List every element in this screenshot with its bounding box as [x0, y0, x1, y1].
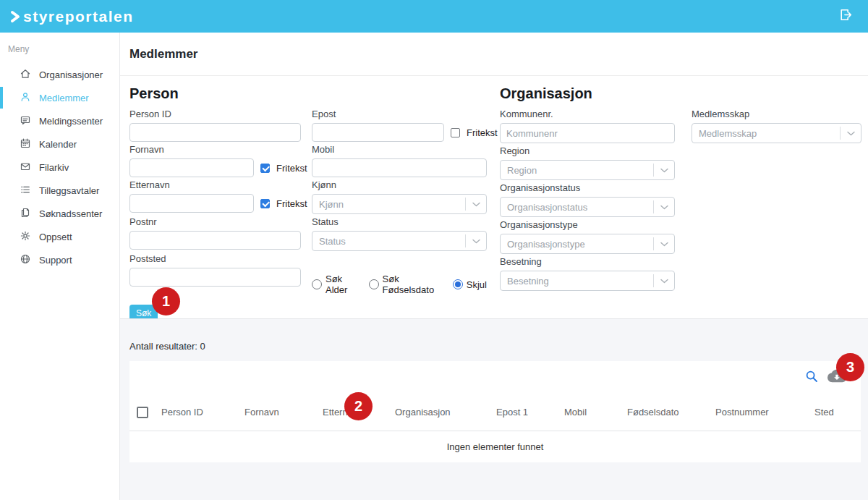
epost-input[interactable] [312, 123, 444, 142]
calendar-icon [20, 137, 31, 151]
organisasjonstatus-select-value: Organisasjonstatus [507, 202, 587, 213]
radio-skjul[interactable]: Skjul [453, 279, 487, 290]
status-select[interactable]: Status [312, 231, 487, 251]
radio-icon [369, 279, 379, 289]
etternavn-field: Etternavn Fritekst [129, 179, 301, 214]
page-title: Medlemmer [129, 47, 197, 62]
table-header-row: Person ID Fornavn Etternavn Organisasjon… [129, 394, 861, 431]
select-all-checkbox[interactable] [137, 407, 148, 418]
sidebar-item-label: Support [39, 255, 72, 266]
organisasjonstype-select-value: Organisasjonstype [507, 239, 585, 250]
logout-button[interactable] [838, 7, 854, 25]
sidebar-item-label: Filarkiv [39, 162, 69, 173]
sidebar-item-label: Organisasjoner [39, 69, 103, 80]
sidebar-item-kalender[interactable]: Kalender [0, 132, 119, 156]
medlemsskap-select[interactable]: Medlemsskap [692, 123, 861, 143]
column-header[interactable]: Mobil [564, 407, 627, 418]
kjonn-select-value: Kjønn [319, 199, 344, 210]
table-search-button[interactable] [805, 370, 818, 386]
etternavn-input[interactable] [129, 194, 254, 213]
kjonn-select[interactable]: Kjønn [312, 194, 487, 214]
region-select[interactable]: Region [500, 160, 675, 180]
organisasjonstype-select[interactable]: Organisasjonstype [500, 234, 675, 254]
radio-sok-fodselsdato[interactable]: Søk Fødselsdato [369, 274, 445, 295]
annotation-step-2: 2 [344, 392, 373, 420]
fornavn-label: Fornavn [129, 144, 301, 155]
status-label: Status [312, 216, 487, 227]
column-header[interactable]: Fødselsdato [627, 407, 715, 418]
kommunenr-input[interactable] [500, 123, 675, 143]
main-content: Medlemmer Person Person ID Epost Friteks… [120, 33, 868, 500]
annotation-step-3: 3 [836, 353, 864, 381]
status-field: Status Status [312, 216, 487, 251]
sidebar-item-oppsett[interactable]: Oppsett [0, 225, 119, 248]
kjonn-field: Kjønn Kjønn [312, 179, 487, 214]
person-id-field: Person ID [129, 109, 301, 142]
person-heading: Person [129, 85, 487, 102]
sidebar-item-tilleggsavtaler[interactable]: Tilleggsavtaler [0, 179, 119, 202]
fritekst-label: Fritekst [276, 163, 307, 174]
home-icon [20, 68, 31, 82]
radio-label: Søk Fødselsdato [383, 274, 445, 295]
besetning-field: Besetning Besetning [500, 256, 675, 291]
chevron-down-icon [653, 164, 674, 177]
sidebar-item-medlemmer[interactable]: Medlemmer [0, 86, 119, 109]
etternavn-fritekst-checkbox[interactable] [260, 199, 270, 208]
sidebar-item-label: Søknadssenter [39, 208, 102, 219]
spacer [692, 219, 861, 256]
epost-fritekst-checkbox[interactable] [451, 128, 460, 137]
page-header: Medlemmer [120, 33, 868, 76]
logo-chevron-icon [9, 10, 21, 23]
user-icon [20, 91, 31, 105]
sidebar-item-label: Kalender [39, 139, 77, 150]
epost-label: Epost [312, 109, 487, 119]
postnr-input[interactable] [129, 231, 301, 250]
chevron-down-icon [653, 200, 674, 213]
empty-state-message: Ingen elementer funnet [129, 431, 861, 462]
column-header[interactable]: Sted [814, 407, 861, 418]
sidebar-item-soknadssenter[interactable]: Søknadssenter [0, 202, 119, 225]
organisasjon-section: Organisasjon Kommunenr. Medlemsskap Medl… [500, 85, 861, 318]
besetning-select[interactable]: Besetning [500, 271, 675, 291]
radio-sok-alder[interactable]: Søk Alder [312, 274, 361, 295]
mobil-input[interactable] [312, 158, 487, 177]
fritekst-label: Fritekst [276, 198, 307, 209]
fornavn-fritekst-checkbox[interactable] [260, 164, 270, 173]
sidebar-item-organisasjoner[interactable]: Organisasjoner [0, 63, 119, 86]
sidebar-item-meldingssenter[interactable]: Meldingssenter [0, 109, 119, 132]
organisasjonstatus-select[interactable]: Organisasjonstatus [500, 197, 675, 217]
poststed-field: Poststed [129, 253, 301, 293]
sidebar-item-support[interactable]: Support [0, 248, 119, 271]
column-header[interactable]: Epost 1 [496, 407, 564, 418]
results-count: Antall resultater: 0 [120, 319, 868, 361]
fritekst-label: Fritekst [467, 127, 498, 138]
spacer [692, 182, 861, 219]
status-select-value: Status [319, 236, 346, 247]
kommunenr-label: Kommunenr. [500, 109, 675, 119]
document-icon [20, 207, 31, 221]
table-toolbar [129, 361, 861, 394]
column-header[interactable]: Organisasjon [395, 407, 496, 418]
radio-label: Søk Alder [326, 274, 361, 295]
column-header[interactable]: Fornavn [244, 407, 323, 418]
message-icon [20, 114, 31, 128]
annotation-step-1: 1 [152, 287, 180, 315]
menu-label: Meny [0, 40, 119, 63]
person-id-input[interactable] [129, 123, 301, 142]
sidebar-item-filarkiv[interactable]: Filarkiv [0, 156, 119, 179]
poststed-input[interactable] [129, 268, 301, 287]
radio-icon [312, 279, 322, 289]
medlemsskap-field: Medlemsskap Medlemsskap [692, 109, 861, 143]
etternavn-label: Etternavn [129, 179, 301, 190]
column-header[interactable]: Postnummer [715, 407, 814, 418]
person-id-label: Person ID [129, 109, 301, 119]
app-logo[interactable]: styreportalen [9, 8, 134, 25]
poststed-label: Poststed [129, 253, 301, 264]
sidebar-item-label: Tilleggsavtaler [39, 185, 99, 196]
column-header[interactable]: Person ID [161, 407, 244, 418]
radio-label: Skjul [467, 279, 487, 290]
gear-icon [20, 230, 31, 244]
organisasjonstatus-label: Organisasjonstatus [500, 182, 675, 193]
fornavn-input[interactable] [129, 158, 254, 177]
search-icon [805, 370, 818, 386]
